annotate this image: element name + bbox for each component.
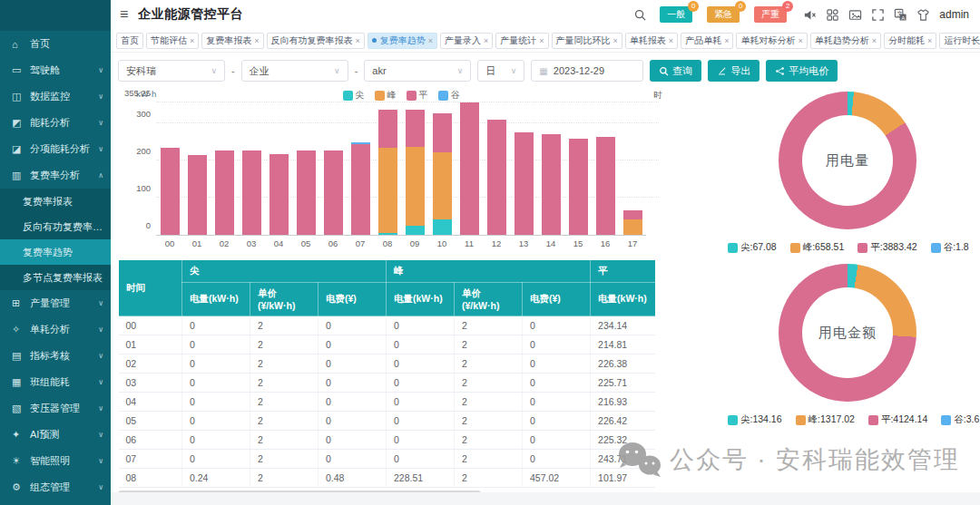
close-tab-icon[interactable]: × <box>724 36 729 45</box>
legend-item-sharp[interactable]: 尖:134.16 <box>728 413 782 426</box>
bar-hour-05[interactable] <box>297 151 316 235</box>
legend-item-flat[interactable]: 平:3883.42 <box>858 241 916 254</box>
export-button[interactable]: 导出 <box>708 60 760 82</box>
sidebar-item-ai-forecast[interactable]: ✦AI预测∨ <box>0 422 111 448</box>
bar-hour-16[interactable] <box>596 137 615 235</box>
close-tab-icon[interactable]: × <box>428 36 433 45</box>
mute-icon[interactable] <box>803 8 817 22</box>
close-tab-icon[interactable]: × <box>613 36 618 45</box>
bar-hour-00[interactable] <box>161 148 180 235</box>
date-picker[interactable]: ▦ 2023-12-29 <box>531 60 643 82</box>
legend-item-valley[interactable]: 谷 <box>438 89 460 102</box>
theme-shirt-icon[interactable] <box>916 8 930 22</box>
home-icon: ⌂ <box>12 39 25 50</box>
sidebar-item-scada-mgmt[interactable]: ⚙组态管理∨ <box>0 474 111 500</box>
sidebar-item-unit-consumption[interactable]: ✧单耗分析∨ <box>0 316 111 343</box>
alarm-badge-general[interactable]: 一般0 <box>660 6 692 23</box>
sidebar-item-output-mgmt[interactable]: ⊞产量管理∨ <box>0 290 111 316</box>
legend-item-valley[interactable]: 谷:1.8 <box>931 241 969 254</box>
search-icon[interactable] <box>633 8 647 22</box>
screenshot-icon[interactable] <box>848 8 862 22</box>
tab-tariff-trend[interactable]: 复费率趋势× <box>368 33 437 49</box>
bar-hour-12[interactable] <box>487 120 506 235</box>
avg-price-button[interactable]: 平均电价 <box>766 60 838 82</box>
sidebar-item-tariff-trend[interactable]: 复费率趋势 <box>0 239 111 265</box>
tab-tou-energy[interactable]: 分时能耗× <box>884 33 936 49</box>
sidebar-item-team-energy[interactable]: ▦班组能耗∨ <box>0 369 111 395</box>
fullscreen-icon[interactable] <box>871 8 885 22</box>
legend-item-peak[interactable]: 峰:1317.02 <box>796 413 855 426</box>
legend-item-sharp[interactable]: 尖 <box>343 89 365 102</box>
tab-home[interactable]: 首页 <box>116 33 143 49</box>
legend-item-flat[interactable]: 平 <box>407 89 428 102</box>
sidebar-item-reverse-tariff-report[interactable]: 反向有功复费率报表 <box>0 214 111 239</box>
legend-item-sharp[interactable]: 尖:67.08 <box>728 241 777 254</box>
sidebar-item-cockpit[interactable]: ▭驾驶舱∨ <box>0 57 111 83</box>
x-axis-label: 13 <box>510 236 537 248</box>
close-tab-icon[interactable]: × <box>669 36 673 45</box>
legend-item-peak[interactable]: 峰 <box>375 89 397 102</box>
sidebar-item-sub-energy-analysis[interactable]: ◪分项能耗分析∨ <box>0 136 111 162</box>
legend-item-peak[interactable]: 峰:658.51 <box>790 241 845 254</box>
tab-output-yoy-mom[interactable]: 产量同比环比× <box>552 33 622 49</box>
close-tab-icon[interactable]: × <box>539 36 544 45</box>
close-tab-icon[interactable]: × <box>798 36 802 45</box>
bar-hour-07[interactable] <box>351 142 370 235</box>
bar-hour-01[interactable] <box>188 155 207 235</box>
current-user[interactable]: admin <box>939 8 969 21</box>
sidebar-item-smart-lighting[interactable]: ☀智能照明∨ <box>0 448 111 474</box>
sidebar-item-kpi-assessment[interactable]: ▤指标考核∨ <box>0 343 111 369</box>
sidebar-item-tariff-report[interactable]: 复费率报表 <box>0 189 111 214</box>
bar-hour-17[interactable] <box>623 210 642 235</box>
close-tab-icon[interactable]: × <box>872 36 877 45</box>
bar-hour-13[interactable] <box>514 132 534 235</box>
sidebar-item-energy-analysis[interactable]: ◩能耗分析∨ <box>0 110 111 136</box>
bar-hour-04[interactable] <box>270 154 289 235</box>
bar-hour-15[interactable] <box>569 139 588 235</box>
close-tab-icon[interactable]: × <box>190 36 194 45</box>
bar-hour-06[interactable] <box>324 151 343 235</box>
alarm-badge-urgent[interactable]: 紧急0 <box>707 6 740 23</box>
sidebar-item-multi-node-tariff-report[interactable]: 多节点复费率报表 <box>0 265 111 290</box>
tab-output-stats[interactable]: 产量统计× <box>495 33 548 49</box>
tab-energy-eval[interactable]: 节能评估× <box>146 33 199 49</box>
bar-hour-11[interactable] <box>460 102 479 235</box>
bar-hour-10[interactable] <box>433 113 452 235</box>
bar-hour-09[interactable] <box>406 110 425 236</box>
org-select[interactable]: 安科瑞 ∨ <box>118 60 225 82</box>
level-select[interactable]: 企业 ∨ <box>241 60 348 82</box>
tab-reverse-tariff-report[interactable]: 反向有功复费率报表× <box>267 33 365 49</box>
translate-icon[interactable]: 文A <box>894 8 907 22</box>
apps-grid-icon[interactable] <box>826 8 839 22</box>
sidebar-item-tariff-analysis[interactable]: ▥复费率分析∧ <box>0 162 111 189</box>
close-tab-icon[interactable]: × <box>356 36 360 45</box>
tab-unit-trend[interactable]: 单耗趋势分析× <box>810 33 881 49</box>
hamburger-menu-icon[interactable]: ≡ <box>120 6 128 23</box>
alarm-badge-critical[interactable]: 严重2 <box>754 6 787 23</box>
tab-output-entry[interactable]: 产量录入× <box>440 33 493 49</box>
tab-unit-report[interactable]: 单耗报表× <box>625 33 678 49</box>
sidebar-item-label: 变压器管理 <box>30 402 80 415</box>
tab-unit-benchmark[interactable]: 单耗对标分析× <box>736 33 807 49</box>
tab-product-unit[interactable]: 产品单耗× <box>681 33 733 49</box>
tab-runtime-stats[interactable]: 运行时长统计× <box>939 33 980 49</box>
alarm-count: 0 <box>735 1 746 12</box>
tab-tariff-report[interactable]: 复费率报表× <box>201 33 263 49</box>
bar-hour-14[interactable] <box>542 134 561 235</box>
sidebar-item-data-monitor[interactable]: ◫数据监控∨ <box>0 83 111 110</box>
period-select[interactable]: 日 ∨ <box>477 60 524 82</box>
node-select[interactable]: akr ∨ <box>364 60 471 82</box>
legend-item-flat[interactable]: 平:4124.14 <box>868 413 927 426</box>
sidebar-item-transformer-mgmt[interactable]: ▧变压器管理∨ <box>0 395 111 422</box>
bar-hour-08[interactable] <box>378 110 397 235</box>
bar-segment-flat <box>270 154 289 235</box>
sidebar-item-home[interactable]: ⌂首页 <box>0 31 111 57</box>
close-tab-icon[interactable]: × <box>927 36 932 45</box>
close-tab-icon[interactable]: × <box>484 36 488 45</box>
search-button[interactable]: 查询 <box>650 60 701 82</box>
bar-segment-flat <box>406 110 425 148</box>
bar-hour-02[interactable] <box>215 151 234 235</box>
close-tab-icon[interactable]: × <box>254 36 259 45</box>
legend-item-valley[interactable]: 谷:3.6 <box>941 413 979 426</box>
bar-hour-03[interactable] <box>242 151 261 235</box>
